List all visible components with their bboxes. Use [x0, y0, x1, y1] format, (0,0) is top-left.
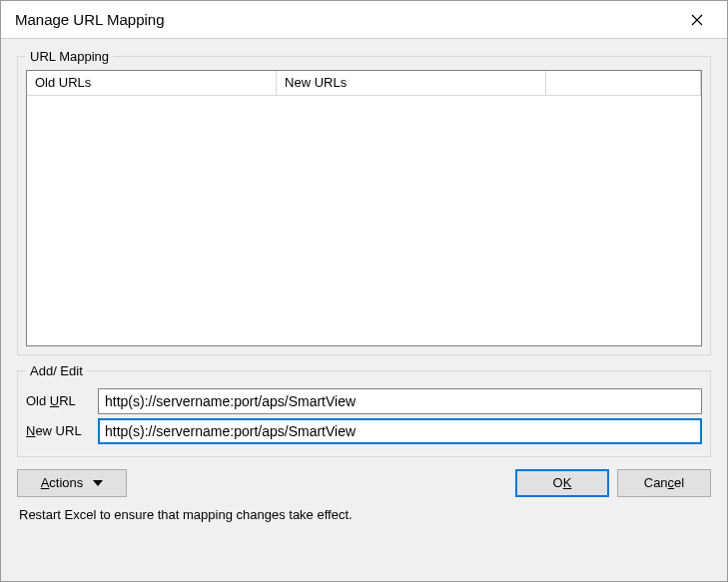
col-old-urls[interactable]: Old URLs: [27, 71, 277, 95]
url-mapping-legend: URL Mapping: [26, 49, 113, 64]
url-mapping-table[interactable]: Old URLs New URLs: [26, 70, 702, 346]
dialog-body: URL Mapping Old URLs New URLs: [1, 39, 727, 581]
close-button[interactable]: [677, 5, 717, 35]
cancel-button[interactable]: Cancel: [617, 469, 711, 497]
old-url-label: Old URL: [26, 393, 98, 408]
col-extra[interactable]: [545, 71, 700, 95]
titlebar: Manage URL Mapping: [1, 1, 727, 39]
new-url-input[interactable]: [98, 418, 702, 444]
close-icon: [691, 14, 703, 26]
add-edit-group: Add/ Edit Old URL New URL: [17, 363, 711, 457]
old-url-row: Old URL: [26, 388, 702, 414]
new-url-row: New URL: [26, 418, 702, 444]
col-new-urls[interactable]: New URLs: [277, 71, 546, 95]
old-url-input[interactable]: [98, 388, 702, 414]
add-edit-legend: Add/ Edit: [26, 363, 87, 378]
actions-button[interactable]: Actions: [17, 469, 127, 497]
dialog-window: Manage URL Mapping URL Mapping: [0, 0, 728, 582]
button-row: Actions OK Cancel: [17, 465, 711, 503]
ok-button[interactable]: OK: [515, 469, 609, 497]
new-url-label: New URL: [26, 423, 98, 438]
chevron-down-icon: [93, 480, 103, 486]
restart-hint: Restart Excel to ensure that mapping cha…: [17, 503, 711, 522]
url-mapping-group: URL Mapping Old URLs New URLs: [17, 49, 711, 355]
window-title: Manage URL Mapping: [15, 11, 677, 28]
table-body-empty[interactable]: [27, 96, 701, 345]
